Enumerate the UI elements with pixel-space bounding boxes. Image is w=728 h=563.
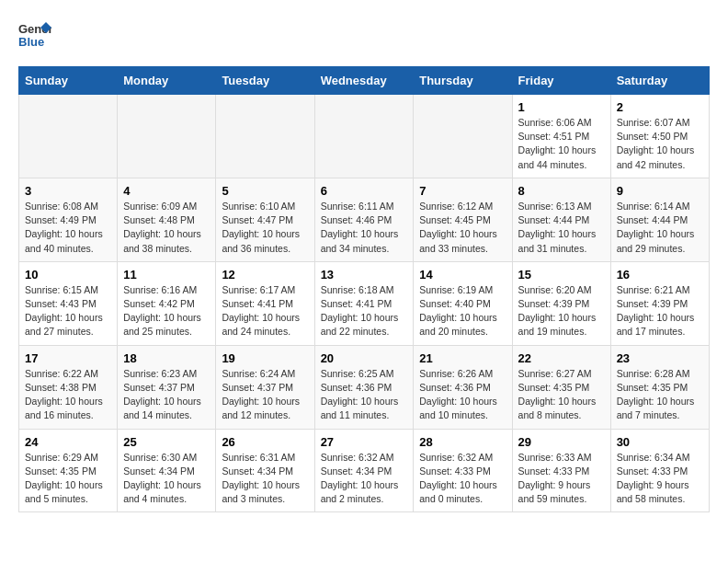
calendar-cell: 19Sunrise: 6:24 AM Sunset: 4:37 PM Dayli… <box>216 345 314 429</box>
calendar-cell: 4Sunrise: 6:09 AM Sunset: 4:48 PM Daylig… <box>118 178 216 261</box>
calendar-cell: 5Sunrise: 6:10 AM Sunset: 4:47 PM Daylig… <box>216 178 314 261</box>
calendar-cell: 20Sunrise: 6:25 AM Sunset: 4:36 PM Dayli… <box>314 345 414 429</box>
day-number: 11 <box>123 268 210 282</box>
day-number: 10 <box>25 268 111 282</box>
day-info: Sunrise: 6:32 AM Sunset: 4:33 PM Dayligh… <box>419 451 506 507</box>
day-info: Sunrise: 6:34 AM Sunset: 4:33 PM Dayligh… <box>617 451 703 507</box>
day-number: 6 <box>321 184 408 198</box>
day-number: 29 <box>518 435 605 449</box>
calendar-cell: 11Sunrise: 6:16 AM Sunset: 4:42 PM Dayli… <box>118 261 216 345</box>
day-info: Sunrise: 6:31 AM Sunset: 4:34 PM Dayligh… <box>222 451 308 507</box>
page-header: General Blue <box>18 18 710 52</box>
calendar-cell: 29Sunrise: 6:33 AM Sunset: 4:33 PM Dayli… <box>512 429 610 512</box>
day-number: 14 <box>419 268 506 282</box>
day-info: Sunrise: 6:20 AM Sunset: 4:39 PM Dayligh… <box>518 283 605 339</box>
calendar-cell: 6Sunrise: 6:11 AM Sunset: 4:46 PM Daylig… <box>314 178 414 261</box>
day-number: 23 <box>617 351 703 365</box>
day-info: Sunrise: 6:09 AM Sunset: 4:48 PM Dayligh… <box>123 200 210 256</box>
calendar-cell: 13Sunrise: 6:18 AM Sunset: 4:41 PM Dayli… <box>314 261 414 345</box>
calendar-cell: 22Sunrise: 6:27 AM Sunset: 4:35 PM Dayli… <box>512 345 610 429</box>
day-number: 24 <box>25 435 111 449</box>
day-number: 8 <box>518 184 605 198</box>
day-number: 28 <box>419 435 506 449</box>
day-info: Sunrise: 6:24 AM Sunset: 4:37 PM Dayligh… <box>222 367 308 423</box>
day-number: 9 <box>617 184 703 198</box>
day-info: Sunrise: 6:06 AM Sunset: 4:51 PM Dayligh… <box>518 116 605 172</box>
day-number: 4 <box>123 184 210 198</box>
calendar-cell <box>216 95 314 178</box>
day-number: 17 <box>25 351 111 365</box>
calendar-header-row: SundayMondayTuesdayWednesdayThursdayFrid… <box>19 67 710 95</box>
day-info: Sunrise: 6:17 AM Sunset: 4:41 PM Dayligh… <box>222 283 308 339</box>
calendar-cell: 30Sunrise: 6:34 AM Sunset: 4:33 PM Dayli… <box>610 429 709 512</box>
calendar-cell <box>314 95 414 178</box>
day-number: 13 <box>321 268 408 282</box>
day-number: 7 <box>419 184 506 198</box>
day-info: Sunrise: 6:29 AM Sunset: 4:35 PM Dayligh… <box>25 451 111 507</box>
calendar-cell: 2Sunrise: 6:07 AM Sunset: 4:50 PM Daylig… <box>610 95 709 178</box>
calendar-cell <box>414 95 512 178</box>
day-info: Sunrise: 6:21 AM Sunset: 4:39 PM Dayligh… <box>617 283 703 339</box>
day-number: 2 <box>617 100 703 114</box>
day-info: Sunrise: 6:08 AM Sunset: 4:49 PM Dayligh… <box>25 200 111 256</box>
day-info: Sunrise: 6:27 AM Sunset: 4:35 PM Dayligh… <box>518 367 605 423</box>
day-number: 5 <box>222 184 308 198</box>
calendar-cell: 14Sunrise: 6:19 AM Sunset: 4:40 PM Dayli… <box>414 261 512 345</box>
calendar-week-2: 3Sunrise: 6:08 AM Sunset: 4:49 PM Daylig… <box>19 178 710 261</box>
day-info: Sunrise: 6:28 AM Sunset: 4:35 PM Dayligh… <box>617 367 703 423</box>
calendar-cell: 25Sunrise: 6:30 AM Sunset: 4:34 PM Dayli… <box>118 429 216 512</box>
day-number: 26 <box>222 435 308 449</box>
weekday-header-wednesday: Wednesday <box>314 67 414 95</box>
day-info: Sunrise: 6:16 AM Sunset: 4:42 PM Dayligh… <box>123 283 210 339</box>
day-info: Sunrise: 6:07 AM Sunset: 4:50 PM Dayligh… <box>617 116 703 172</box>
calendar-cell: 24Sunrise: 6:29 AM Sunset: 4:35 PM Dayli… <box>19 429 118 512</box>
day-number: 25 <box>123 435 210 449</box>
day-number: 27 <box>321 435 408 449</box>
day-number: 12 <box>222 268 308 282</box>
calendar-cell <box>118 95 216 178</box>
calendar-cell <box>19 95 118 178</box>
day-info: Sunrise: 6:11 AM Sunset: 4:46 PM Dayligh… <box>321 200 408 256</box>
calendar-week-4: 17Sunrise: 6:22 AM Sunset: 4:38 PM Dayli… <box>19 345 710 429</box>
calendar-table: SundayMondayTuesdayWednesdayThursdayFrid… <box>18 66 710 512</box>
logo: General Blue <box>18 18 51 52</box>
day-info: Sunrise: 6:30 AM Sunset: 4:34 PM Dayligh… <box>123 451 210 507</box>
calendar-cell: 27Sunrise: 6:32 AM Sunset: 4:34 PM Dayli… <box>314 429 414 512</box>
calendar-cell: 15Sunrise: 6:20 AM Sunset: 4:39 PM Dayli… <box>512 261 610 345</box>
day-info: Sunrise: 6:19 AM Sunset: 4:40 PM Dayligh… <box>419 283 506 339</box>
logo-icon: General Blue <box>18 18 51 52</box>
day-info: Sunrise: 6:32 AM Sunset: 4:34 PM Dayligh… <box>321 451 408 507</box>
weekday-header-saturday: Saturday <box>610 67 709 95</box>
calendar-cell: 26Sunrise: 6:31 AM Sunset: 4:34 PM Dayli… <box>216 429 314 512</box>
calendar-cell: 21Sunrise: 6:26 AM Sunset: 4:36 PM Dayli… <box>414 345 512 429</box>
day-info: Sunrise: 6:12 AM Sunset: 4:45 PM Dayligh… <box>419 200 506 256</box>
weekday-header-sunday: Sunday <box>19 67 118 95</box>
day-number: 22 <box>518 351 605 365</box>
day-number: 20 <box>321 351 408 365</box>
calendar-week-5: 24Sunrise: 6:29 AM Sunset: 4:35 PM Dayli… <box>19 429 710 512</box>
day-info: Sunrise: 6:14 AM Sunset: 4:44 PM Dayligh… <box>617 200 703 256</box>
day-info: Sunrise: 6:13 AM Sunset: 4:44 PM Dayligh… <box>518 200 605 256</box>
calendar-cell: 10Sunrise: 6:15 AM Sunset: 4:43 PM Dayli… <box>19 261 118 345</box>
calendar-cell: 7Sunrise: 6:12 AM Sunset: 4:45 PM Daylig… <box>414 178 512 261</box>
day-info: Sunrise: 6:18 AM Sunset: 4:41 PM Dayligh… <box>321 283 408 339</box>
day-info: Sunrise: 6:22 AM Sunset: 4:38 PM Dayligh… <box>25 367 111 423</box>
day-info: Sunrise: 6:26 AM Sunset: 4:36 PM Dayligh… <box>419 367 506 423</box>
calendar-cell: 9Sunrise: 6:14 AM Sunset: 4:44 PM Daylig… <box>610 178 709 261</box>
calendar-cell: 8Sunrise: 6:13 AM Sunset: 4:44 PM Daylig… <box>512 178 610 261</box>
calendar-cell: 23Sunrise: 6:28 AM Sunset: 4:35 PM Dayli… <box>610 345 709 429</box>
calendar-week-3: 10Sunrise: 6:15 AM Sunset: 4:43 PM Dayli… <box>19 261 710 345</box>
day-info: Sunrise: 6:25 AM Sunset: 4:36 PM Dayligh… <box>321 367 408 423</box>
weekday-header-monday: Monday <box>118 67 216 95</box>
day-number: 1 <box>518 100 605 114</box>
day-info: Sunrise: 6:33 AM Sunset: 4:33 PM Dayligh… <box>518 451 605 507</box>
weekday-header-tuesday: Tuesday <box>216 67 314 95</box>
calendar-cell: 17Sunrise: 6:22 AM Sunset: 4:38 PM Dayli… <box>19 345 118 429</box>
day-number: 15 <box>518 268 605 282</box>
calendar-cell: 18Sunrise: 6:23 AM Sunset: 4:37 PM Dayli… <box>118 345 216 429</box>
day-number: 16 <box>617 268 703 282</box>
svg-text:Blue: Blue <box>18 35 44 49</box>
calendar-week-1: 1Sunrise: 6:06 AM Sunset: 4:51 PM Daylig… <box>19 95 710 178</box>
calendar-cell: 1Sunrise: 6:06 AM Sunset: 4:51 PM Daylig… <box>512 95 610 178</box>
day-info: Sunrise: 6:15 AM Sunset: 4:43 PM Dayligh… <box>25 283 111 339</box>
